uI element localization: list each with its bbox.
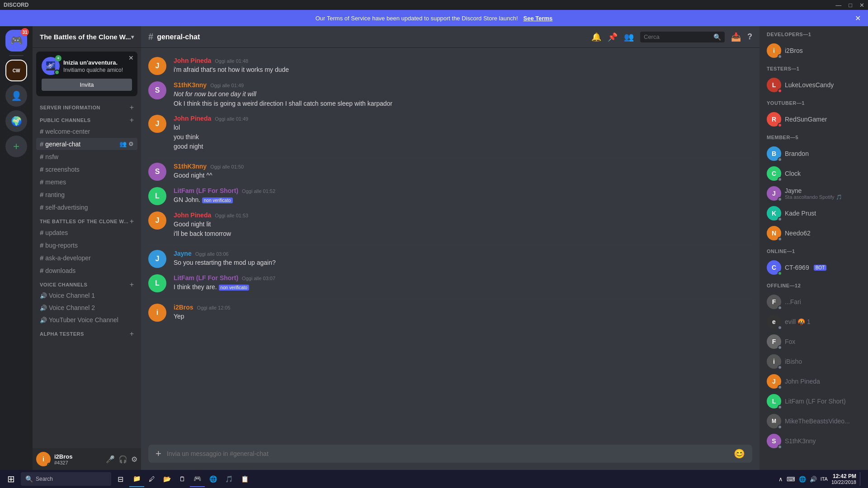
channel-voice2[interactable]: 🔊 Voice Channel 2 <box>36 302 137 314</box>
member-item[interactable]: e evill 🤬 1 <box>763 312 864 332</box>
message-group: L LitFam (LF For Short) Oggi alle 03:07 … <box>148 272 752 294</box>
message-username[interactable]: LitFam (LF For Short) <box>174 274 238 282</box>
message-add-button[interactable]: + <box>156 448 161 460</box>
emoji-icon[interactable]: 😊 <box>734 448 745 459</box>
message-text: i'm afraid that's not how it works my du… <box>174 65 289 75</box>
channel-youtuber-voice[interactable]: 🔊 YouTuber Voice Channel <box>36 314 137 326</box>
section-server-information-title[interactable]: SERVER INFORMATION <box>40 105 100 110</box>
channel-bug-reports[interactable]: # bug-reports <box>36 239 137 251</box>
member-item[interactable]: R RedSunGamer <box>763 109 864 129</box>
message-username[interactable]: S1thK3nny <box>174 81 207 89</box>
section-public-channels-add-icon[interactable]: + <box>130 116 134 124</box>
member-item[interactable]: C CT-6969 BOT <box>763 258 864 277</box>
channel-screenshots[interactable]: # screenshots <box>36 163 137 175</box>
taskbar-app-explorer[interactable]: 📁 <box>129 471 144 487</box>
members-section-title: DEVELOPERS—1 <box>763 30 864 39</box>
channel-settings-icon[interactable]: ⚙ <box>128 141 134 147</box>
member-item[interactable]: J Jayne Sta ascoltando Spotify 🎵 <box>763 183 864 203</box>
notification-bell-icon[interactable]: 🔔 <box>591 32 601 42</box>
deafen-icon[interactable]: 🎧 <box>118 455 127 464</box>
tray-volume-icon[interactable]: 🔊 <box>810 476 817 483</box>
member-item[interactable]: J John Pineda <box>763 371 864 391</box>
add-server-button[interactable]: + <box>5 136 27 157</box>
taskbar-clock[interactable]: 12:42 PM 10/22/2018 <box>831 473 856 485</box>
server-icon-discord[interactable]: 🎮 31 <box>5 30 27 52</box>
channel-member-icon[interactable]: 👥 <box>119 141 127 147</box>
tray-chevron-icon[interactable]: ∧ <box>778 476 783 483</box>
taskbar-app-firefox[interactable]: 🌐 <box>206 471 221 487</box>
channel-welcome-center[interactable]: # welcome-center <box>36 125 137 137</box>
minimize-button[interactable]: — <box>835 2 841 9</box>
message-username[interactable]: John Pineda <box>174 115 211 122</box>
server-icon-user1[interactable]: 👤 <box>5 85 27 107</box>
server-icon-clone-wars[interactable]: CW <box>5 60 27 81</box>
section-voice-title[interactable]: VOICE CHANNELS <box>40 282 87 287</box>
channel-updates[interactable]: # updates <box>36 226 137 239</box>
channel-general-chat[interactable]: # general-chat 👥 ⚙ <box>36 138 137 150</box>
member-item[interactable]: L LitFam (LF For Short) <box>763 391 864 411</box>
tray-network-icon[interactable]: 🌐 <box>799 476 806 483</box>
channel-ranting[interactable]: # ranting <box>36 188 137 201</box>
channel-self-advertising[interactable]: # self-advertising <box>36 201 137 213</box>
help-icon[interactable]: ? <box>747 32 752 42</box>
message-username[interactable]: i2Bros <box>174 304 193 311</box>
section-battles-add-icon[interactable]: + <box>130 217 134 225</box>
section-server-information-add-icon[interactable]: + <box>130 103 134 112</box>
taskbar-app-tasks[interactable]: 📋 <box>237 471 252 487</box>
member-item[interactable]: F Fox <box>763 332 864 352</box>
close-button[interactable]: ✕ <box>859 2 864 9</box>
show-desktop-button[interactable] <box>860 472 863 486</box>
channel-voice1[interactable]: 🔊 Voice Channel 1 <box>36 290 137 301</box>
inbox-icon[interactable]: 📥 <box>731 32 741 42</box>
pin-icon[interactable]: 📌 <box>608 32 618 42</box>
taskbar-app-discord[interactable]: 🎮 <box>190 471 205 487</box>
section-voice-add-icon[interactable]: + <box>130 281 134 289</box>
invite-button[interactable]: Invita <box>42 79 132 91</box>
channel-nsfw[interactable]: # nsfw <box>36 150 137 163</box>
members-list-icon[interactable]: 👥 <box>624 32 634 42</box>
member-item[interactable]: M MikeTheBeastsVideo... <box>763 411 864 431</box>
member-item[interactable]: K Kade Prust <box>763 203 864 223</box>
member-item-clock[interactable]: C Clock <box>763 164 864 183</box>
member-item[interactable]: B Brandon <box>763 144 864 164</box>
member-item[interactable]: L LukeLovesCandy <box>763 75 864 95</box>
channel-memes[interactable]: # memes <box>36 176 137 188</box>
user-settings-icon[interactable]: ⚙ <box>131 455 137 464</box>
taskbar-app-folder[interactable]: 📂 <box>160 471 175 487</box>
member-item[interactable]: S S1thK3nny <box>763 431 864 451</box>
popup-close-icon[interactable]: ✕ <box>128 54 134 61</box>
member-item[interactable]: F ...Fari <box>763 292 864 312</box>
banner-link[interactable]: See Terms <box>524 15 553 22</box>
channel-ask-a-developer[interactable]: # ask-a-developer <box>36 252 137 264</box>
member-item[interactable]: i iBisho <box>763 352 864 371</box>
member-item[interactable]: i i2Bros <box>763 41 864 61</box>
server-icon-user2[interactable]: 🌍 <box>5 110 27 132</box>
mute-icon[interactable]: 🎤 <box>106 455 115 464</box>
taskbar-app-game[interactable]: 🎵 <box>222 471 236 487</box>
member-item[interactable]: N Needo62 <box>763 223 864 243</box>
task-view-button[interactable]: ⊟ <box>112 471 128 487</box>
channel-downloads[interactable]: # downloads <box>36 264 137 277</box>
message-username[interactable]: S1thK3nny <box>174 163 207 170</box>
clock-date: 10/22/2018 <box>831 479 856 485</box>
banner-close-button[interactable]: ✕ <box>855 14 861 23</box>
message-input[interactable] <box>167 445 728 463</box>
search-input[interactable] <box>644 33 712 40</box>
message-username[interactable]: LitFam (LF For Short) <box>174 187 238 194</box>
section-battles-title[interactable]: THE BATTLES OF THE CLONE W... <box>40 219 128 224</box>
message-username[interactable]: John Pineda <box>174 211 211 219</box>
message-username[interactable]: John Pineda <box>174 57 211 64</box>
message-username[interactable]: Jayne <box>174 250 192 257</box>
taskbar-search[interactable]: 🔍 Search <box>21 472 111 486</box>
taskbar-app-notepad[interactable]: 🗒 <box>175 471 189 487</box>
message-text: good night <box>174 142 248 151</box>
section-public-channels-title[interactable]: PUBLIC CHANNELS <box>40 117 91 123</box>
taskbar-app-notes[interactable]: 🖊 <box>145 471 159 487</box>
section-alpha-title[interactable]: ALPHA TESTERS <box>40 331 84 337</box>
section-alpha-add-icon[interactable]: + <box>130 330 134 338</box>
server-header[interactable]: The Battles of the Clone W... ▾ <box>33 26 141 48</box>
maximize-button[interactable]: □ <box>849 2 852 9</box>
banner-text: Our Terms of Service have been updated t… <box>316 15 518 22</box>
start-button[interactable]: ⊞ <box>2 471 20 487</box>
bottom-username: i2Bros <box>54 453 72 460</box>
